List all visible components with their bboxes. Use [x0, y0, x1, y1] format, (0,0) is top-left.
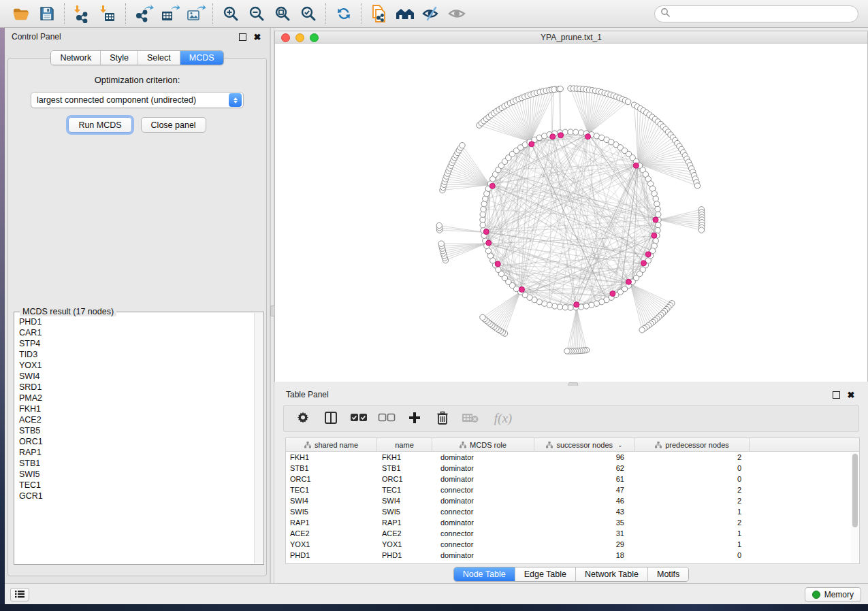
mcds-result-item[interactable]: TEC1	[15, 480, 255, 491]
hide-eye-icon	[421, 5, 441, 22]
table-row[interactable]: FKH1FKH1dominator962	[286, 452, 859, 463]
tab-motifs[interactable]: Motifs	[648, 567, 688, 581]
import-table-icon	[99, 4, 118, 23]
run-mcds-button[interactable]: Run MCDS	[68, 117, 131, 133]
clone-network-button[interactable]	[368, 3, 390, 24]
mcds-result-item[interactable]: SWI4	[15, 371, 255, 382]
zoom-out-button[interactable]	[246, 3, 268, 24]
table-row[interactable]: STB1STB1dominator620	[286, 463, 859, 474]
task-history-button[interactable]	[10, 588, 29, 601]
mcds-result-item[interactable]: PHD1	[15, 316, 255, 327]
save-session-button[interactable]	[36, 3, 58, 24]
close-table-panel-button[interactable]: ✖	[846, 389, 856, 400]
export-table-button[interactable]	[159, 3, 180, 24]
zoom-selected-button[interactable]	[298, 3, 319, 24]
search-field[interactable]	[654, 5, 858, 22]
table-row[interactable]: ACE2ACE2connector311	[286, 528, 859, 539]
search-input[interactable]	[671, 8, 858, 19]
float-panel-button[interactable]	[237, 31, 248, 42]
mcds-result-item[interactable]: GCR1	[15, 491, 255, 501]
mcds-result-item[interactable]: YOX1	[15, 360, 255, 371]
mcds-result-item[interactable]: SWI5	[15, 469, 255, 480]
tab-edge-table[interactable]: Edge Table	[515, 567, 576, 581]
tab-network-table[interactable]: Network Table	[576, 567, 648, 581]
export-image-button[interactable]	[184, 3, 206, 24]
export-network-button[interactable]	[133, 3, 155, 24]
mcds-result-item[interactable]: STP4	[15, 338, 255, 349]
column-header-mcds-role[interactable]: MCDS role	[432, 438, 534, 451]
cell-shared-name: TEC1	[286, 486, 377, 494]
gear-icon	[296, 411, 310, 427]
plus-icon	[408, 411, 421, 427]
zoom-in-button[interactable]	[220, 3, 242, 24]
show-columns-button[interactable]	[323, 410, 339, 427]
table-row[interactable]: RAP1RAP1dominator352	[286, 517, 859, 528]
float-table-panel-button[interactable]	[831, 389, 841, 400]
column-header-predecessor-nodes[interactable]: predecessor nodes	[635, 438, 750, 451]
mcds-result-item[interactable]: STB1	[15, 458, 255, 469]
network-canvas[interactable]	[275, 44, 867, 382]
maximize-window-traffic-light[interactable]	[310, 33, 319, 42]
cell-name: FKH1	[377, 453, 432, 461]
column-label: shared name	[315, 441, 358, 449]
first-neighbors-houses-icon	[394, 5, 416, 22]
cell-mcds-role: connector	[432, 540, 534, 548]
table-scrollbar-thumb[interactable]	[852, 454, 858, 527]
status-bar: Memory	[5, 583, 868, 604]
mcds-result-item[interactable]: STB5	[15, 425, 255, 436]
first-neighbors-button[interactable]	[394, 3, 416, 24]
mcds-list-scrollbar[interactable]	[254, 313, 263, 563]
memory-button[interactable]: Memory	[805, 587, 861, 602]
delete-column-button[interactable]	[434, 410, 451, 427]
mcds-result-item[interactable]: PMA2	[15, 393, 255, 403]
cell-predecessor-nodes: 2	[635, 453, 750, 461]
select-all-rows-button[interactable]	[351, 410, 367, 427]
table-scrollbar[interactable]	[851, 452, 858, 563]
table-row[interactable]: YOX1YOX1connector291	[286, 539, 859, 550]
hide-selected-button[interactable]	[420, 3, 442, 24]
mcds-result-item[interactable]: FKH1	[15, 403, 255, 414]
memory-status-dot-icon	[812, 591, 820, 599]
open-file-button[interactable]	[10, 3, 32, 24]
add-column-button[interactable]	[406, 410, 423, 427]
table-row[interactable]: TEC1TEC1connector472	[286, 484, 859, 495]
import-network-icon	[73, 4, 92, 23]
table-toolbar: f(x)	[283, 405, 859, 432]
cell-mcds-role: dominator	[432, 497, 534, 505]
criterion-dropdown[interactable]: largest connected component (undirected)	[31, 92, 244, 108]
cell-mcds-role: dominator	[432, 475, 534, 483]
table-settings-button[interactable]	[295, 410, 311, 427]
table-row[interactable]: SWI4SWI4dominator462	[286, 495, 859, 506]
minimize-window-traffic-light[interactable]	[295, 33, 304, 42]
import-network-button[interactable]	[71, 3, 93, 24]
tab-node-table[interactable]: Node Table	[454, 567, 515, 581]
mcds-result-list[interactable]: PHD1CAR1STP4TID3YOX1SWI4SRD1PMA2FKH1ACE2…	[15, 316, 255, 563]
mcds-result-item[interactable]: CAR1	[15, 327, 255, 338]
close-mcds-panel-button[interactable]: Close panel	[141, 117, 206, 133]
table-row[interactable]: SWI5SWI5connector431	[286, 506, 859, 517]
column-header-shared-name[interactable]: shared name	[286, 438, 377, 451]
tab-mcds[interactable]: MCDS	[180, 51, 223, 65]
cell-predecessor-nodes: 0	[635, 551, 750, 559]
tab-style[interactable]: Style	[101, 51, 138, 65]
table-row[interactable]: PHD1PHD1dominator180	[286, 550, 859, 561]
clear-selection-button[interactable]	[379, 410, 395, 427]
function-fx-icon: f(x)	[494, 411, 512, 426]
tab-select[interactable]: Select	[138, 51, 180, 65]
column-header-successor-nodes[interactable]: successor nodes⌄	[534, 438, 635, 451]
cell-shared-name: STB1	[286, 464, 377, 472]
mcds-result-item[interactable]: TID3	[15, 349, 255, 360]
mcds-result-item[interactable]: ORC1	[15, 436, 255, 447]
cell-successor-nodes: 35	[534, 518, 635, 527]
refresh-button[interactable]	[333, 3, 355, 24]
close-window-traffic-light[interactable]	[281, 33, 290, 42]
import-table-button[interactable]	[97, 3, 119, 24]
table-row[interactable]: ORC1ORC1dominator610	[286, 474, 859, 484]
mcds-result-item[interactable]: SRD1	[15, 382, 255, 393]
column-header-name[interactable]: name	[377, 438, 432, 451]
close-panel-button[interactable]: ✖	[252, 31, 263, 42]
zoom-fit-button[interactable]	[272, 3, 293, 24]
mcds-result-item[interactable]: RAP1	[15, 447, 255, 458]
mcds-result-item[interactable]: ACE2	[15, 414, 255, 425]
tab-network[interactable]: Network	[51, 51, 101, 65]
